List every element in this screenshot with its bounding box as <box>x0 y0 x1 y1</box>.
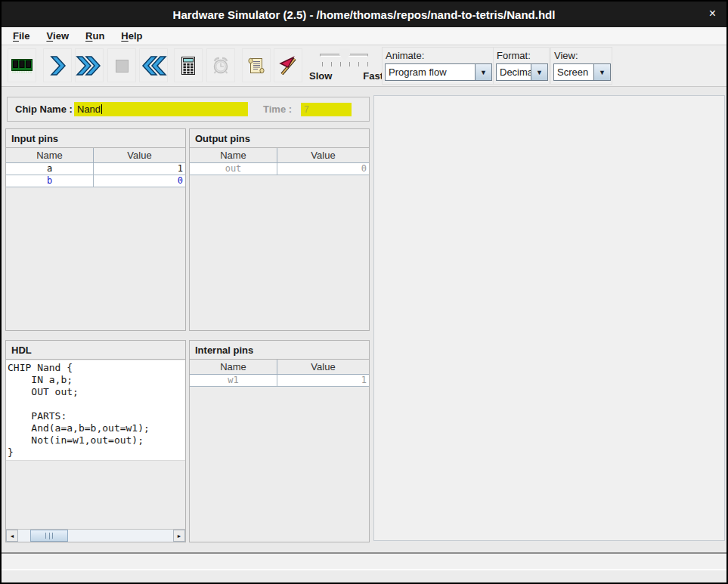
chevron-down-icon[interactable]: ▼ <box>531 64 547 80</box>
slider-fast-label: Fast <box>363 70 383 82</box>
animate-dropdown[interactable]: Program flow ▼ <box>385 63 492 81</box>
view-value: Screen <box>554 64 593 80</box>
message-bar <box>2 569 726 582</box>
chevron-down-icon[interactable]: ▼ <box>475 64 491 80</box>
scrollbar-track[interactable] <box>18 530 173 542</box>
chip-name-label: Chip Name : <box>15 97 73 121</box>
time-text: 7 <box>304 104 309 115</box>
input-pins-table: NameValuea1b0 <box>6 148 185 187</box>
column-header-value[interactable]: Value <box>277 148 369 162</box>
clock-tick-button <box>206 48 235 82</box>
single-step-button[interactable] <box>43 48 72 82</box>
scroll-right-icon[interactable]: ► <box>173 530 185 542</box>
output-pins-table: NameValueout0 <box>190 148 369 175</box>
view-group: View: Screen ▼ <box>550 47 612 85</box>
reset-button[interactable] <box>139 48 168 82</box>
input-pins-panel: Input pins NameValuea1b0 <box>5 128 186 331</box>
column-header-name[interactable]: Name <box>190 148 277 162</box>
format-label: Format: <box>497 50 531 61</box>
chip-name-bar: Chip Name : Nand Time : 7 <box>7 97 370 122</box>
speed-slider-thumb[interactable] <box>339 48 350 60</box>
evaluate-button[interactable] <box>174 48 203 82</box>
input-pins-title: Input pins <box>6 129 185 148</box>
menu-help[interactable]: Help <box>113 27 150 45</box>
view-label: View: <box>554 50 578 61</box>
menu-view[interactable]: View <box>38 27 77 45</box>
stop-button <box>107 48 136 82</box>
format-group: Format: Decimal ▼ <box>493 47 550 85</box>
column-header-value[interactable]: Value <box>277 360 369 374</box>
status-bar <box>2 552 726 582</box>
view-script-button[interactable] <box>242 48 271 82</box>
chip-name-input[interactable]: Nand <box>74 102 248 116</box>
step-forward-icon <box>46 55 69 76</box>
stop-square-icon <box>111 55 132 76</box>
pin-value[interactable]: 1 <box>94 163 185 175</box>
scrollbar-thumb[interactable] <box>30 530 68 542</box>
screen-display-panel <box>373 95 725 541</box>
pin-name: w1 <box>190 375 277 386</box>
pin-name: b <box>6 175 94 187</box>
close-icon[interactable]: × <box>709 8 716 20</box>
format-dropdown[interactable]: Decimal ▼ <box>496 63 548 81</box>
time-label: Time : <box>263 97 292 121</box>
animate-value: Program flow <box>386 64 475 80</box>
breakpoints-button[interactable] <box>274 48 302 82</box>
window-title: Hardware Simulator (2.5) - /home/thomas/… <box>173 8 556 21</box>
pin-row-a: a1 <box>6 163 185 175</box>
load-chip-button[interactable] <box>8 48 36 82</box>
calculator-icon <box>178 55 199 76</box>
hdl-code-editor[interactable]: CHIP Nand { IN a,b; OUT out; PARTS: And(… <box>6 360 185 461</box>
alarm-clock-icon <box>210 55 231 76</box>
pin-value[interactable]: 0 <box>94 175 185 187</box>
menu-run[interactable]: Run <box>77 27 113 45</box>
time-input[interactable]: 7 <box>301 103 352 116</box>
output-pins-title: Output pins <box>190 129 369 148</box>
speed-slider: Slow Fast <box>308 47 383 85</box>
run-button[interactable] <box>75 48 104 82</box>
animate-group: Animate: Program flow ▼ <box>382 47 494 85</box>
text-cursor <box>101 104 102 114</box>
pin-row-out: out0 <box>190 163 369 175</box>
scroll-icon <box>246 55 267 76</box>
animate-label: Animate: <box>386 50 424 61</box>
column-header-value[interactable]: Value <box>94 148 185 162</box>
toolbar: Slow Fast Animate: Program flow ▼ Format… <box>2 45 726 87</box>
pin-table-header: NameValue <box>190 148 369 163</box>
pin-value[interactable]: 0 <box>277 163 369 175</box>
menu-file[interactable]: File <box>5 27 38 45</box>
pin-row-b: b0 <box>6 175 185 187</box>
chevron-down-icon[interactable]: ▼ <box>593 64 610 80</box>
view-dropdown[interactable]: Screen ▼ <box>553 63 611 81</box>
slider-slow-label: Slow <box>309 70 332 82</box>
main-content: Chip Name : Nand Time : 7 Input pins Nam… <box>2 87 726 552</box>
memory-chip-icon <box>10 56 34 76</box>
internal-pins-table: NameValuew11 <box>190 360 369 387</box>
pin-table-header: NameValue <box>6 148 185 163</box>
internal-pins-title: Internal pins <box>190 341 369 360</box>
internal-pins-panel: Internal pins NameValuew11 <box>189 340 370 542</box>
hdl-panel: HDL CHIP Nand { IN a,b; OUT out; PARTS: … <box>5 340 186 542</box>
red-flag-icon <box>277 55 299 76</box>
fast-forward-icon <box>76 55 103 76</box>
column-header-name[interactable]: Name <box>6 148 94 162</box>
format-value: Decimal <box>497 64 531 80</box>
title-bar[interactable]: Hardware Simulator (2.5) - /home/thomas/… <box>2 2 726 27</box>
pin-table-header: NameValue <box>190 360 369 375</box>
menu-bar: FileViewRunHelp <box>2 27 726 45</box>
scroll-left-icon[interactable]: ◄ <box>6 530 18 542</box>
rewind-icon <box>140 55 167 76</box>
hdl-title: HDL <box>6 341 185 360</box>
pin-row-w1: w11 <box>190 375 369 387</box>
pin-name: a <box>6 163 94 175</box>
speed-slider-ticks <box>322 62 369 66</box>
pin-name: out <box>190 163 277 175</box>
pin-value[interactable]: 1 <box>277 375 369 386</box>
hdl-horizontal-scrollbar: ◄ ► <box>6 529 185 542</box>
hardware-simulator-window: Hardware Simulator (2.5) - /home/thomas/… <box>0 0 728 584</box>
output-pins-panel: Output pins NameValueout0 <box>189 128 370 331</box>
column-header-name[interactable]: Name <box>190 360 277 374</box>
chip-name-text: Nand <box>77 104 101 115</box>
